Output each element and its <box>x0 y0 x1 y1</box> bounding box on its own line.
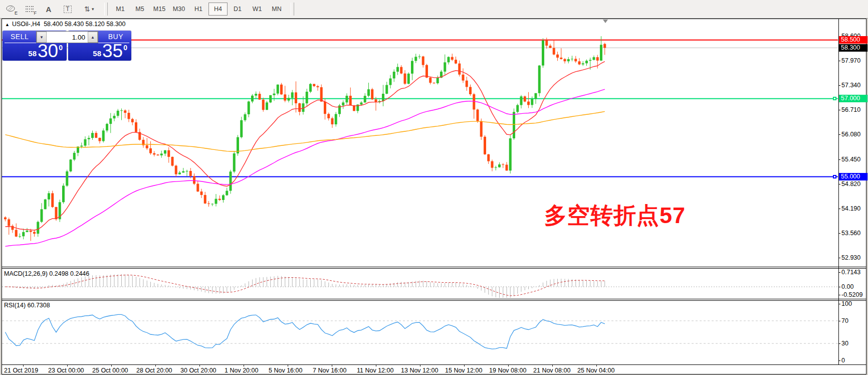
price-tick-mark <box>838 258 840 258</box>
time-tick-mark <box>376 364 376 366</box>
time-label: 21 Oct 2019 <box>4 367 38 374</box>
time-tick-mark <box>552 364 553 366</box>
macd-tick-label: 0.00 <box>841 283 853 290</box>
pane-separator[interactable] <box>2 299 866 299</box>
timeframe-m1[interactable]: M1 <box>111 3 130 16</box>
price-tick-label: 53.560 <box>841 230 860 237</box>
rsi-tick-label: 0 <box>841 357 845 364</box>
draw-fibonacci-icon[interactable]: F <box>21 3 38 16</box>
time-label: 13 Nov 12:00 <box>401 367 438 374</box>
chart-annotation-text[interactable]: 多空转折点57 <box>544 201 686 231</box>
timeframe-mn[interactable]: MN <box>267 3 286 16</box>
chart-shift-marker[interactable] <box>603 20 608 23</box>
time-label: 25 Nov 04:00 <box>577 367 614 374</box>
time-tick-mark <box>244 364 244 366</box>
volume-stepper: ▼ ▲ <box>36 31 98 43</box>
buy-button[interactable]: BUY <box>108 33 123 41</box>
sell-price: 58 30 0 <box>28 43 63 60</box>
toolbar: E F A T ⇅ ▾ M1M5M15M30H1H4D1W1MN <box>0 0 868 19</box>
draw-arrows-icon[interactable]: ⇅ ▾ <box>78 3 100 16</box>
timeframe-m30[interactable]: M30 <box>169 3 188 16</box>
arrows-glyph: ⇅ <box>84 5 90 13</box>
timeframe-h1[interactable]: H1 <box>189 3 208 16</box>
ohlc-values: 58.400 58.430 58.120 58.300 <box>44 21 125 28</box>
price-tick-label: 54.820 <box>841 180 860 188</box>
time-tick-mark <box>464 364 465 366</box>
time-label: 19 Nov 08:00 <box>489 367 526 374</box>
macd-indicator-label: MACD(12,26,9) 0.2498 0.2446 <box>4 270 89 277</box>
rsi-tick-label: 70 <box>841 317 848 324</box>
price-tick-label: 55.450 <box>841 156 860 163</box>
sell-price-small: 58 <box>28 49 37 58</box>
sell-price-sup: 0 <box>59 44 63 52</box>
price-tick-mark <box>838 134 840 135</box>
metatrader-window: E F A T ⇅ ▾ M1M5M15M30H1H4D1W1MN ▲USOil-… <box>0 0 868 375</box>
pane-separator <box>2 268 866 269</box>
time-tick-mark <box>111 364 112 366</box>
time-tick-mark <box>155 364 156 366</box>
fibonacci-sub-label: F <box>34 11 37 16</box>
rsi-tick-label: 100 <box>841 300 852 307</box>
price-tick-mark <box>838 209 840 209</box>
price-level-badge: 58.500 <box>839 36 867 44</box>
draw-ellipse-icon[interactable]: E <box>2 3 19 16</box>
draw-text-icon[interactable]: A <box>40 3 57 16</box>
rsi-tick-mark <box>838 343 840 344</box>
price-tick-label: 57.970 <box>841 57 860 64</box>
chart-title: ▲USOil-,H4 58.400 58.430 58.120 58.300 <box>5 21 126 28</box>
rsi-indicator-label: RSI(14) 60.7308 <box>4 302 50 309</box>
macd-tick-mark <box>838 272 840 273</box>
timeframe-w1[interactable]: W1 <box>248 3 267 16</box>
time-label: 28 Oct 20:00 <box>136 367 172 374</box>
time-tick-mark <box>420 364 420 366</box>
price-tick-label: 56.080 <box>841 131 860 138</box>
time-tick-mark <box>199 364 200 366</box>
time-label: 25 Oct 00:00 <box>92 367 128 374</box>
time-axis-border <box>2 364 866 365</box>
time-tick-mark <box>67 364 68 366</box>
fibonacci-glyph <box>26 5 34 14</box>
time-label: 1 Nov 20:00 <box>225 367 258 374</box>
chevron-down-icon[interactable]: ▾ <box>92 7 94 12</box>
macd-tick-label: 0.7143 <box>841 269 860 276</box>
volume-decrease-button[interactable]: ▼ <box>37 32 47 43</box>
pane-separator <box>2 300 866 301</box>
volume-increase-button[interactable]: ▲ <box>88 32 98 43</box>
timeframe-d1[interactable]: D1 <box>228 3 247 16</box>
ellipse-glyph <box>6 5 16 13</box>
time-tick-mark <box>596 364 597 366</box>
rsi-tick-mark <box>838 360 840 361</box>
buy-price-sup: 0 <box>123 44 127 52</box>
hline-drag-handle[interactable] <box>833 175 836 178</box>
time-label: 23 Oct 00:00 <box>48 367 84 374</box>
price-tick-mark <box>838 61 840 61</box>
rsi-tick-label: 30 <box>841 340 848 347</box>
price-level-badge: 55.000 <box>839 173 867 180</box>
buy-price: 58 35 0 <box>93 43 127 60</box>
draw-text-label-icon[interactable]: T <box>59 3 76 16</box>
price-tick-label: 54.190 <box>841 205 860 212</box>
price-tick-label: 56.710 <box>841 106 860 113</box>
buy-price-small: 58 <box>93 49 101 58</box>
price-axis-border <box>838 19 839 364</box>
price-tick-mark <box>838 110 840 110</box>
pane-separator[interactable] <box>2 267 866 267</box>
buy-price-big: 35 <box>102 43 123 60</box>
timeframe-m15[interactable]: M15 <box>150 3 169 16</box>
price-level-badge: 57.000 <box>839 95 867 102</box>
sell-button[interactable]: SELL <box>11 33 29 41</box>
timeframe-m5[interactable]: M5 <box>130 3 149 16</box>
time-tick-mark <box>508 364 509 366</box>
spin-up-icon: ▲ <box>91 35 95 40</box>
time-label: 21 Nov 08:00 <box>533 367 570 374</box>
macd-tick-label: -0.5209 <box>841 291 862 298</box>
spin-down-icon: ▼ <box>40 35 44 40</box>
time-label: 5 Nov 16:00 <box>269 367 302 374</box>
volume-input[interactable] <box>47 32 88 43</box>
price-tick-mark <box>838 233 840 234</box>
macd-tick-mark <box>838 287 840 287</box>
hline-drag-handle[interactable] <box>833 97 836 100</box>
title-triangle-icon: ▲ <box>5 22 10 27</box>
time-tick-mark <box>288 364 288 366</box>
timeframe-h4[interactable]: H4 <box>208 3 228 16</box>
